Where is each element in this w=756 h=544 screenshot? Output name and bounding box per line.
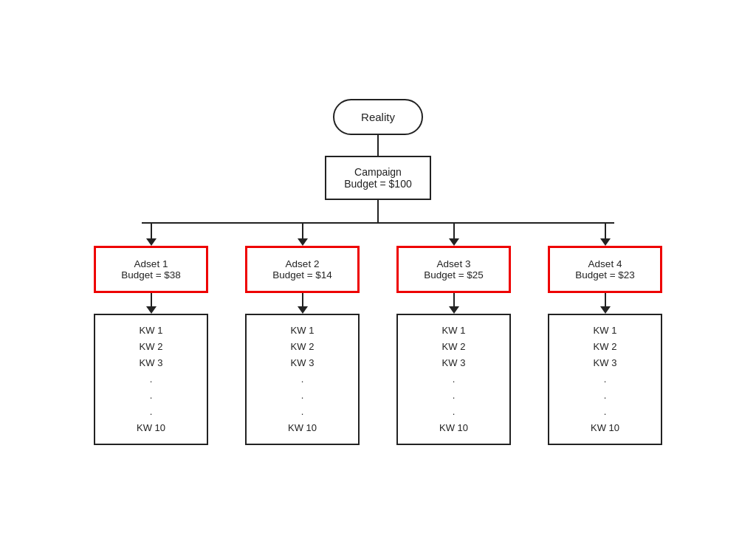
arrow-kw-4	[600, 306, 611, 314]
kw-row: KW 1 KW 2 KW 3 . . . KW 10 KW 1 KW 2 KW …	[75, 314, 681, 446]
campaign-line1: Campaign	[344, 166, 411, 178]
kw-node-1: KW 1 KW 2 KW 3 . . . KW 10	[94, 314, 208, 446]
kw-3-1: KW 1	[410, 323, 498, 339]
drop-kw-v-1	[151, 293, 152, 306]
drop-item-2	[236, 224, 369, 246]
campaign-node: Campaign Budget = $100	[325, 156, 430, 200]
arrow-kw-2	[298, 306, 308, 314]
kw-3-3: KW 3	[410, 355, 498, 371]
drops-to-kw	[75, 293, 681, 314]
horizontal-bus	[75, 222, 681, 224]
drop-v-4	[605, 224, 606, 238]
adset-node-2: Adset 2 Budget = $14	[245, 246, 360, 293]
connector-campaign-bus	[377, 200, 379, 222]
kw-node-3: KW 1 KW 2 KW 3 . . . KW 10	[396, 314, 511, 446]
kw-2-1: KW 1	[258, 323, 346, 339]
drop-kw-item-3	[388, 293, 520, 314]
kw-col-2: KW 1 KW 2 KW 3 . . . KW 10	[236, 314, 369, 446]
adset-3-line2: Budget = $25	[410, 269, 497, 280]
drop-kw-item-1	[85, 293, 218, 314]
kw-3-dot2: .	[410, 388, 498, 404]
adset-col-2: Adset 2 Budget = $14	[236, 246, 369, 293]
root-label: Reality	[361, 111, 395, 123]
kw-2-10: KW 10	[258, 420, 346, 436]
kw-3-dot1: .	[410, 371, 498, 388]
kw-col-1: KW 1 KW 2 KW 3 . . . KW 10	[85, 314, 218, 446]
kw-2-3: KW 3	[258, 355, 346, 371]
kw-4-dot3: .	[561, 404, 649, 420]
adset-col-4: Adset 4 Budget = $23	[539, 246, 672, 293]
adset-col-3: Adset 3 Budget = $25	[388, 246, 520, 293]
adset-row: Adset 1 Budget = $38 Adset 2 Budget = $1…	[75, 246, 681, 293]
kw-2-2: KW 2	[258, 339, 346, 355]
kw-node-4: KW 1 KW 2 KW 3 . . . KW 10	[548, 314, 662, 446]
adset-4-line2: Budget = $23	[562, 269, 648, 280]
adset-4-line1: Adset 4	[562, 258, 648, 269]
kw-col-3: KW 1 KW 2 KW 3 . . . KW 10	[388, 314, 520, 446]
diagram: Reality Campaign Budget = $100	[0, 84, 756, 461]
kw-1-2: KW 2	[107, 339, 195, 355]
kw-1-dot2: .	[107, 388, 195, 404]
kw-2-dot3: .	[258, 404, 346, 420]
adset-node-3: Adset 3 Budget = $25	[396, 246, 511, 293]
drop-kw-item-4	[539, 293, 672, 314]
drop-v-1	[151, 224, 152, 238]
drop-kw-v-4	[605, 293, 606, 306]
kw-2-dot1: .	[258, 371, 346, 388]
h-bus-line	[142, 222, 614, 224]
arrow-4	[600, 238, 611, 246]
kw-1-10: KW 10	[107, 420, 195, 436]
kw-4-3: KW 3	[561, 355, 649, 371]
campaign-line2: Budget = $100	[344, 178, 411, 190]
adset-1-line1: Adset 1	[108, 258, 194, 269]
kw-1-dot3: .	[107, 404, 195, 420]
kw-4-dot2: .	[561, 388, 649, 404]
adset-2-line1: Adset 2	[259, 258, 346, 269]
kw-3-2: KW 2	[410, 339, 498, 355]
kw-1-1: KW 1	[107, 323, 195, 339]
kw-3-dot3: .	[410, 404, 498, 420]
drop-v-3	[453, 224, 455, 238]
drop-v-2	[302, 224, 303, 238]
arrow-2	[298, 238, 308, 246]
kw-3-10: KW 10	[410, 420, 498, 436]
drop-kw-item-2	[236, 293, 369, 314]
arrow-kw-1	[146, 306, 157, 314]
arrow-1	[146, 238, 157, 246]
kw-1-3: KW 3	[107, 355, 195, 371]
arrow-kw-3	[449, 306, 459, 314]
kw-4-2: KW 2	[561, 339, 649, 355]
adset-3-line1: Adset 3	[410, 258, 497, 269]
adset-node-1: Adset 1 Budget = $38	[94, 246, 208, 293]
drop-kw-v-3	[453, 293, 455, 306]
root-node: Reality	[333, 99, 423, 135]
drop-item-4	[539, 224, 672, 246]
kw-1-dot1: .	[107, 371, 195, 388]
kw-4-10: KW 10	[561, 420, 649, 436]
drop-kw-v-2	[302, 293, 303, 306]
kw-4-dot1: .	[561, 371, 649, 388]
kw-node-2: KW 1 KW 2 KW 3 . . . KW 10	[245, 314, 360, 446]
adset-1-line2: Budget = $38	[108, 269, 194, 280]
kw-2-dot2: .	[258, 388, 346, 404]
adset-col-1: Adset 1 Budget = $38	[85, 246, 218, 293]
arrow-3	[449, 238, 459, 246]
drops-to-adsets	[75, 224, 681, 246]
adset-node-4: Adset 4 Budget = $23	[548, 246, 662, 293]
connector-root-campaign	[377, 135, 379, 156]
adset-2-line2: Budget = $14	[259, 269, 346, 280]
drop-item-1	[85, 224, 218, 246]
kw-4-1: KW 1	[561, 323, 649, 339]
drop-item-3	[388, 224, 520, 246]
kw-col-4: KW 1 KW 2 KW 3 . . . KW 10	[539, 314, 672, 446]
